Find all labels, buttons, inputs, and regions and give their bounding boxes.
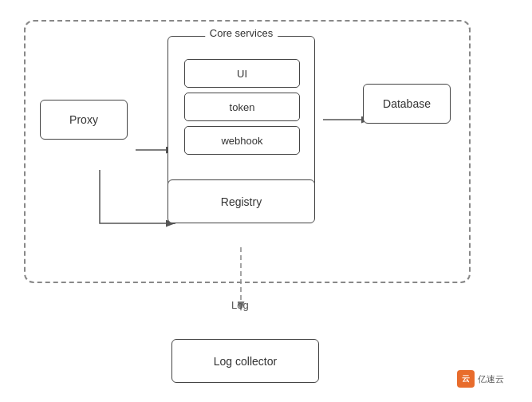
database-box: Database: [363, 84, 451, 124]
core-services-box: Core services UI token webhook: [167, 36, 315, 191]
webhook-box: webhook: [184, 126, 300, 155]
log-label-text: Log: [231, 299, 249, 311]
proxy-label: Proxy: [69, 113, 98, 126]
proxy-box: Proxy: [40, 100, 128, 140]
ui-box: UI: [184, 59, 300, 88]
logo-icon: 云: [457, 370, 475, 388]
logo-area: 云 亿速云: [457, 370, 504, 388]
log-collector-label: Log collector: [214, 355, 277, 368]
log-collector-box: Log collector: [171, 339, 319, 383]
token-box: token: [184, 93, 300, 121]
webhook-label: webhook: [221, 135, 262, 147]
ui-label: UI: [237, 68, 247, 80]
service-inner-boxes: UI token webhook: [184, 59, 300, 155]
registry-box: Registry: [167, 179, 315, 223]
core-services-label: Core services: [205, 27, 278, 39]
registry-label: Registry: [221, 195, 262, 208]
database-label: Database: [383, 97, 431, 110]
diagram-container: Proxy Core services UI token webhook Dat…: [16, 8, 510, 391]
logo-text: 亿速云: [478, 373, 504, 385]
token-label: token: [230, 101, 255, 113]
